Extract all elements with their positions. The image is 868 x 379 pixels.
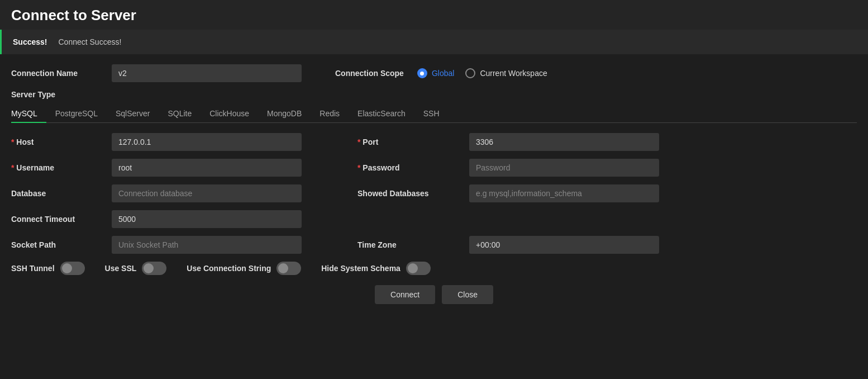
success-banner: Success! Connect Success! — [0, 30, 868, 54]
database-row: Database Showed Databases — [11, 184, 857, 202]
connect-button[interactable]: Connect — [375, 285, 435, 304]
scope-workspace-option[interactable]: Current Workspace — [465, 68, 547, 78]
use-ssl-toggle-item: Use SSL — [105, 262, 167, 275]
ssh-tunnel-toggle[interactable] — [60, 262, 85, 275]
title-bar: Connect to Server — [0, 0, 868, 30]
hide-system-schema-label: Hide System Schema — [321, 264, 400, 273]
database-field: Database — [11, 184, 324, 202]
close-button[interactable]: Close — [442, 285, 493, 304]
password-field: Password — [357, 159, 857, 177]
ssh-tunnel-toggle-item: SSH Tunnel — [11, 262, 85, 275]
server-type-label: Server Type — [11, 90, 857, 99]
socket-path-input[interactable] — [112, 236, 302, 254]
tab-postgresql[interactable]: PostgreSQL — [46, 105, 107, 122]
port-input[interactable] — [469, 133, 659, 151]
server-type-section: Server Type MySQL PostgreSQL SqlServer S… — [11, 90, 857, 123]
toggles-row: SSH Tunnel Use SSL Use Connection String… — [11, 262, 857, 275]
ssh-tunnel-label: SSH Tunnel — [11, 264, 55, 273]
tab-elasticsearch[interactable]: ElasticSearch — [349, 105, 414, 122]
database-input[interactable] — [112, 184, 302, 202]
socket-path-label: Socket Path — [11, 240, 112, 249]
page-title: Connect to Server — [11, 7, 857, 24]
socket-path-field: Socket Path — [11, 236, 324, 254]
connect-timeout-input[interactable] — [112, 210, 302, 228]
use-ssl-label: Use SSL — [105, 264, 137, 273]
host-input[interactable] — [112, 133, 302, 151]
showed-databases-field: Showed Databases — [357, 184, 857, 202]
tab-mysql[interactable]: MySQL — [11, 105, 46, 122]
scope-global-radio[interactable] — [417, 68, 427, 78]
tab-sqlserver[interactable]: SqlServer — [107, 105, 159, 122]
username-password-row: Username Password — [11, 159, 857, 177]
scope-global-option[interactable]: Global — [417, 68, 454, 78]
host-field: Host — [11, 133, 324, 151]
connection-name-label: Connection Name — [11, 69, 112, 78]
scope-global-label: Global — [432, 69, 454, 78]
showed-databases-input[interactable] — [469, 184, 659, 202]
database-label: Database — [11, 189, 112, 198]
connection-name-input[interactable] — [112, 64, 302, 82]
buttons-row: Connect Close — [11, 285, 857, 304]
success-label: Success! — [13, 37, 47, 46]
hide-system-schema-toggle[interactable] — [406, 262, 431, 275]
connect-timeout-field: Connect Timeout — [11, 210, 324, 228]
connect-timeout-label: Connect Timeout — [11, 215, 112, 224]
form-area: Connection Name Connection Scope Global … — [0, 54, 868, 313]
success-message: Connect Success! — [58, 37, 121, 46]
port-label: Port — [357, 138, 469, 146]
tab-sqlite[interactable]: SQLite — [159, 105, 201, 122]
use-connection-string-toggle[interactable] — [276, 262, 301, 275]
connection-name-row: Connection Name Connection Scope Global … — [11, 64, 857, 82]
server-type-tabs: MySQL PostgreSQL SqlServer SQLite ClickH… — [11, 105, 857, 123]
scope-workspace-radio[interactable] — [465, 68, 475, 78]
password-input[interactable] — [469, 159, 659, 177]
timezone-label: Time Zone — [357, 240, 469, 249]
password-label: Password — [357, 163, 469, 172]
username-field: Username — [11, 159, 324, 177]
host-port-row: Host Port — [11, 133, 857, 151]
socket-timezone-row: Socket Path Time Zone — [11, 236, 857, 254]
timezone-field: Time Zone — [357, 236, 857, 254]
tab-redis[interactable]: Redis — [311, 105, 349, 122]
username-input[interactable] — [112, 159, 302, 177]
scope-radio-group: Global Current Workspace — [417, 68, 547, 78]
tab-mongodb[interactable]: MongoDB — [258, 105, 311, 122]
scope-workspace-label: Current Workspace — [480, 69, 547, 78]
use-ssl-toggle[interactable] — [142, 262, 166, 275]
port-field: Port — [357, 133, 857, 151]
use-connection-string-toggle-item: Use Connection String — [187, 262, 301, 275]
use-connection-string-label: Use Connection String — [187, 264, 271, 273]
tab-ssh[interactable]: SSH — [414, 105, 449, 122]
hide-system-schema-toggle-item: Hide System Schema — [321, 262, 431, 275]
connection-scope-section: Connection Scope Global Current Workspac… — [335, 68, 547, 78]
host-label: Host — [11, 138, 112, 146]
username-label: Username — [11, 163, 112, 172]
timezone-input[interactable] — [469, 236, 659, 254]
showed-databases-label: Showed Databases — [357, 189, 469, 198]
timeout-row: Connect Timeout — [11, 210, 857, 228]
tab-clickhouse[interactable]: ClickHouse — [201, 105, 258, 122]
connection-scope-label: Connection Scope — [335, 69, 404, 78]
